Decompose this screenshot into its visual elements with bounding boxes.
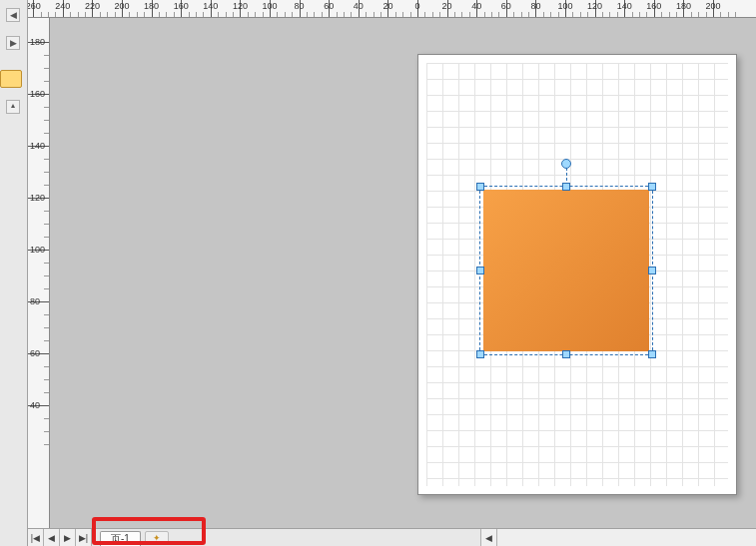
ruler-tick-label: 240 (55, 1, 70, 11)
resize-handle-nw[interactable] (476, 183, 484, 191)
ruler-tick-label: 60 (324, 1, 334, 11)
ruler-tick-label: 160 (646, 1, 661, 11)
ruler-tick-label: 100 (557, 1, 572, 11)
new-page-icon: ✦ (153, 533, 161, 543)
ruler-tick-label: 140 (617, 1, 632, 11)
ruler-tick-label: 140 (30, 141, 45, 151)
ruler-tick-label: 60 (30, 348, 40, 358)
ruler-tick-label: 0 (414, 1, 419, 11)
ruler-tick-label: 40 (30, 400, 40, 410)
page-tab-1[interactable]: 页-1 (100, 531, 141, 546)
ruler-tick-label: 120 (30, 193, 45, 203)
ruler-tick-label: 200 (705, 1, 720, 11)
vertical-ruler: 180160140120100806040 (28, 18, 50, 528)
ruler-tick-label: 180 (30, 37, 45, 47)
resize-handle-n[interactable] (562, 183, 570, 191)
ruler-tick-label: 120 (233, 1, 248, 11)
ruler-tick-label: 140 (203, 1, 218, 11)
ruler-tick-label: 220 (85, 1, 100, 11)
ruler-tick-label: 80 (295, 1, 305, 11)
ruler-tick-label: 80 (530, 1, 540, 11)
ruler-tick-label: 260 (28, 1, 41, 11)
page-tabs-container: 页-1 ✦ (92, 529, 169, 546)
sidebar-expand-button[interactable]: ▶ (6, 36, 20, 50)
ruler-tick-label: 80 (30, 296, 40, 306)
resize-handle-w[interactable] (476, 267, 484, 274)
rectangle-shape[interactable] (483, 190, 649, 351)
ruler-tick-label: 100 (262, 1, 277, 11)
left-sidebar: ◀ ▶ ▴ (0, 0, 28, 546)
ruler-tick-label: 40 (354, 1, 364, 11)
sidebar-collapse-button[interactable]: ◀ (6, 8, 20, 22)
ruler-tick-label: 100 (30, 245, 45, 255)
ruler-tick-label: 180 (676, 1, 691, 11)
ruler-tick-label: 120 (587, 1, 602, 11)
page-nav-next-button[interactable]: ▶ (60, 529, 76, 546)
shape-palette-swatch[interactable] (0, 70, 22, 88)
resize-handle-ne[interactable] (648, 183, 656, 191)
resize-handle-s[interactable] (562, 350, 570, 358)
sidebar-scroll-up[interactable]: ▴ (6, 100, 20, 114)
ruler-tick-label: 60 (501, 1, 511, 11)
hscroll-track[interactable] (496, 529, 756, 546)
rotation-handle[interactable] (561, 159, 571, 169)
ruler-tick-label: 20 (442, 1, 452, 11)
ruler-tick-label: 160 (30, 89, 45, 99)
hscroll-left-button[interactable]: ◀ (480, 529, 496, 546)
horizontal-ruler: 2602402202001801601401201008060402002040… (28, 0, 756, 18)
ruler-tick-label: 160 (174, 1, 189, 11)
ruler-tick-label: 180 (144, 1, 159, 11)
new-page-tab-button[interactable]: ✦ (145, 531, 169, 545)
page-nav-last-button[interactable]: ▶| (76, 529, 92, 546)
resize-handle-e[interactable] (648, 267, 656, 274)
page-nav-prev-button[interactable]: ◀ (44, 529, 60, 546)
resize-handle-se[interactable] (648, 350, 656, 358)
ruler-tick-label: 200 (114, 1, 129, 11)
resize-handle-sw[interactable] (476, 350, 484, 358)
page-tab-bar: |◀ ◀ ▶ ▶| 页-1 ✦ ◀ (28, 528, 756, 546)
ruler-tick-label: 40 (471, 1, 481, 11)
horizontal-scrollbar[interactable]: ◀ (480, 529, 756, 546)
page-tab-label: 页-1 (111, 532, 130, 546)
ruler-tick-label: 20 (382, 1, 392, 11)
page-nav-first-button[interactable]: |◀ (28, 529, 44, 546)
